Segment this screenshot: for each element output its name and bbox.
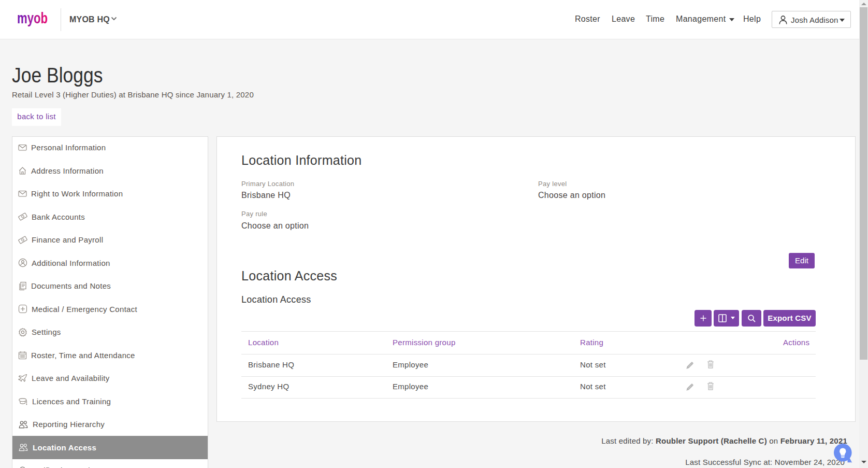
svg-text:myob: myob	[17, 10, 48, 26]
